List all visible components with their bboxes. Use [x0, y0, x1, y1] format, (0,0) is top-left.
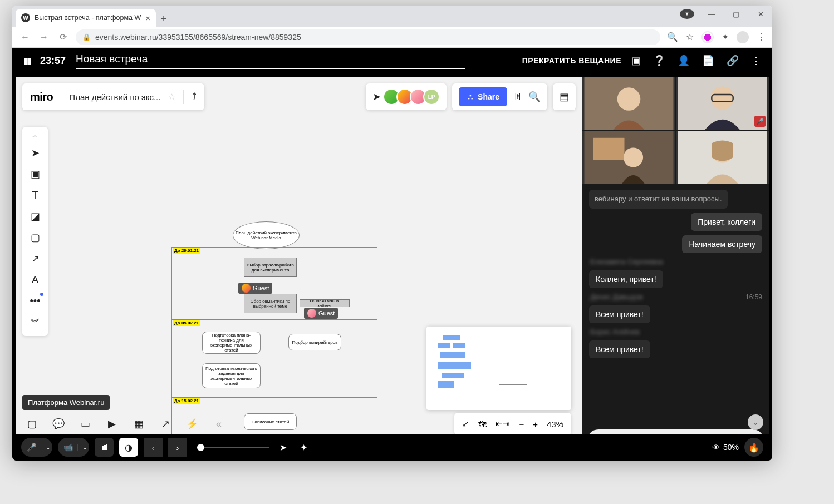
flow-box[interactable]: Подготовка плана-техника для эксперимент…: [202, 332, 261, 354]
export-icon[interactable]: ⤴: [192, 91, 197, 103]
fullscreen-icon[interactable]: ⤢: [462, 419, 469, 429]
webinar-app: ▮▮ 23:57 Новая встреча ПРЕКРАТИТЬ ВЕЩАНИ…: [12, 48, 772, 461]
collapse-left-icon[interactable]: «: [209, 414, 228, 433]
minimize-icon[interactable]: —: [704, 10, 719, 18]
zoom-in-icon[interactable]: +: [533, 419, 538, 429]
main-row: miro План действий по экс... ☆ ⤴ ➤: [12, 73, 772, 461]
participant-video[interactable]: [582, 77, 675, 130]
select-tool[interactable]: ➤: [26, 144, 45, 162]
present-icon[interactable]: ▶: [102, 414, 121, 433]
svg-point-1: [617, 87, 641, 111]
maximize-icon[interactable]: ▢: [729, 10, 743, 18]
comment-icon[interactable]: 💬: [49, 414, 68, 433]
collapse-icon[interactable]: ︽: [32, 131, 38, 139]
star-icon[interactable]: ☆: [168, 92, 175, 102]
shape-tool[interactable]: ▢: [26, 228, 45, 247]
participant-video[interactable]: 🎤: [676, 77, 769, 130]
zoom-level[interactable]: 43%: [547, 419, 563, 429]
new-tab-button[interactable]: +: [156, 11, 171, 27]
user-avatar-icon[interactable]: [737, 31, 749, 43]
users-icon[interactable]: 👤: [678, 55, 690, 67]
people-icon: ⛬: [467, 92, 474, 101]
search-icon[interactable]: 🔍: [528, 91, 541, 103]
flow-box[interactable]: Выбор отрасли/работа для эксперимента: [244, 258, 297, 277]
settings-icon[interactable]: 🎚: [513, 91, 523, 103]
more-icon[interactable]: ⋮: [751, 55, 761, 67]
screen-share-button[interactable]: 🖥: [95, 438, 114, 457]
tab-title: Быстрая встреча - платформа W: [35, 14, 141, 22]
share-button[interactable]: ⛬ Share: [459, 87, 507, 106]
files-icon[interactable]: 📄: [702, 55, 714, 67]
forward-icon[interactable]: →: [38, 32, 50, 42]
slider-knob[interactable]: [197, 444, 204, 451]
magic-icon[interactable]: ✦: [300, 442, 307, 453]
expand-icon[interactable]: ︾: [26, 313, 45, 332]
bookmark-icon[interactable]: ☆: [686, 32, 694, 42]
address-field[interactable]: 🔒 events.webinar.ru/33953155/8665569/str…: [76, 29, 660, 45]
miro-zoom-controls: ⤢ 🗺 ⇤⇥ − + 43%: [454, 413, 571, 435]
prev-slide-button[interactable]: ‹: [144, 438, 163, 457]
flow-box[interactable]: Написание статей: [244, 413, 297, 430]
camera-button[interactable]: 📹⌄: [58, 438, 89, 457]
close-window-icon[interactable]: ✕: [753, 10, 768, 18]
flow-box[interactable]: Подготовка технического задания для эксп…: [202, 363, 261, 388]
search-page-icon[interactable]: 🔍: [667, 32, 678, 42]
chevron-down-icon[interactable]: ⌄: [77, 444, 87, 451]
miro-minimap[interactable]: [426, 327, 571, 410]
pointer-icon[interactable]: ➤: [279, 442, 287, 453]
pause-icon[interactable]: ▮▮: [23, 56, 30, 66]
flow-box[interactable]: Подбор копирайтеров: [288, 334, 341, 350]
scroll-down-button[interactable]: ⌄: [748, 414, 763, 427]
flow-sidebox[interactable]: сколько часов займет: [300, 299, 350, 307]
chat-icon[interactable]: ▣: [631, 55, 641, 67]
chevron-down-icon[interactable]: ⌄: [41, 444, 50, 451]
zoom-out-icon[interactable]: −: [519, 419, 524, 429]
map-icon[interactable]: 🗺: [478, 419, 487, 429]
apps-icon[interactable]: ▦: [129, 414, 148, 433]
cursor-icon[interactable]: ➤: [372, 91, 381, 103]
reload-icon[interactable]: ⟳: [57, 32, 69, 42]
notes-button[interactable]: ▤: [553, 83, 576, 110]
meeting-title[interactable]: Новая встреча: [76, 53, 465, 69]
extensions-icon[interactable]: ✦: [722, 32, 729, 42]
profile-icon[interactable]: [701, 31, 714, 43]
board-name[interactable]: План действий по экс...: [69, 92, 160, 102]
stop-broadcast-button[interactable]: ПРЕКРАТИТЬ ВЕЩАНИЕ: [522, 56, 621, 65]
divider: [61, 90, 61, 104]
menu-icon[interactable]: ⋮: [757, 32, 766, 42]
progress-slider[interactable]: [197, 447, 269, 448]
link-icon[interactable]: 🔗: [727, 55, 739, 67]
viewers-count[interactable]: 👁 50%: [712, 443, 739, 452]
webinar-bottom-bar: 🎤⌄ 📹⌄ 🖥 ◑ ‹ › ➤ ✦ 👁 50% 🔥: [12, 434, 772, 461]
history-icon[interactable]: ▭: [76, 414, 95, 433]
sender-name: Елизавета Сергеевна: [589, 258, 734, 266]
flow-start[interactable]: План действий эксперимента Webinar Media: [233, 221, 300, 249]
right-panel: 🎤 вебинару и ответит на ваши вопросы. Пр…: [582, 77, 769, 457]
help-icon[interactable]: ❔: [653, 55, 665, 67]
text-tool[interactable]: T: [26, 186, 45, 205]
account-drop-icon[interactable]: ▼: [680, 9, 694, 19]
browser-tab[interactable]: W Быстрая встреча - платформа W ×: [16, 9, 156, 27]
back-icon[interactable]: ←: [19, 32, 31, 42]
participant-video[interactable]: [582, 131, 675, 184]
close-tab-icon[interactable]: ×: [145, 13, 150, 23]
template-tool[interactable]: ▣: [26, 165, 45, 184]
activity-icon[interactable]: ⚡: [183, 414, 202, 433]
mic-button[interactable]: 🎤⌄: [21, 438, 52, 457]
flow-box[interactable]: Сбор семантики по выбранной теме: [244, 294, 297, 313]
miro-bottom-tools: ▢ 💬 ▭ ▶ ▦ ↗ ⚡ «: [22, 413, 228, 435]
svg-rect-6: [593, 138, 625, 160]
sticky-tool[interactable]: ◪: [26, 207, 45, 226]
pen-tool[interactable]: A: [26, 270, 45, 289]
participant-video[interactable]: [676, 131, 769, 184]
board-share-button[interactable]: ◑: [119, 438, 138, 457]
fit-icon[interactable]: ⇤⇥: [496, 419, 510, 429]
next-slide-button[interactable]: ›: [168, 438, 187, 457]
reaction-button[interactable]: 🔥: [744, 438, 763, 457]
frame-icon[interactable]: ▢: [22, 414, 41, 433]
more-tools[interactable]: •••: [26, 291, 45, 310]
topbar-actions: ▣ ❔ 👤 📄 🔗 ⋮: [631, 55, 761, 67]
arrow-tool[interactable]: ↗: [26, 249, 45, 268]
open-icon[interactable]: ↗: [156, 414, 175, 433]
avatar-stack[interactable]: LP: [386, 88, 440, 105]
